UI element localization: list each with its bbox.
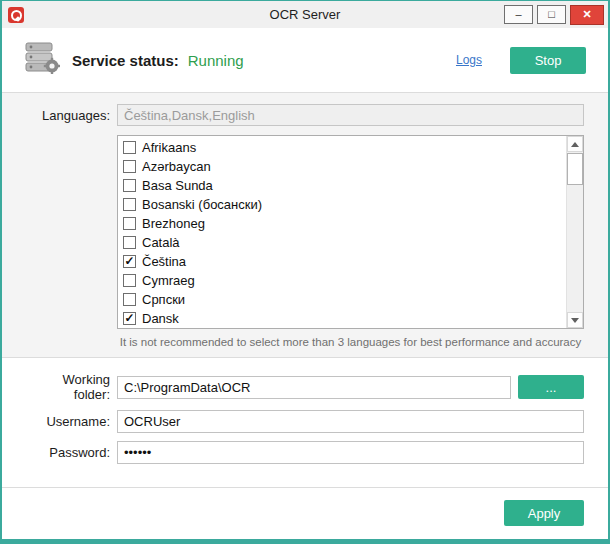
footer: Apply xyxy=(2,487,608,539)
checkbox-unchecked-icon[interactable] xyxy=(123,274,136,287)
language-checkbox-item[interactable]: Cymraeg xyxy=(118,271,566,290)
language-label: Dansk xyxy=(142,311,179,326)
logs-link[interactable]: Logs xyxy=(456,53,482,67)
working-folder-field[interactable] xyxy=(117,376,511,399)
server-icon xyxy=(24,42,60,78)
language-label: Afrikaans xyxy=(142,140,196,155)
language-checkbox-item[interactable]: ✓Čeština xyxy=(118,252,566,271)
language-label: Bosanski (босански) xyxy=(142,197,262,212)
checkbox-unchecked-icon[interactable] xyxy=(123,141,136,154)
language-checkbox-item[interactable]: Català xyxy=(118,233,566,252)
language-checkbox-item[interactable]: ✓Dansk xyxy=(118,309,566,328)
service-status-label: Service status: xyxy=(72,52,179,69)
scroll-down-button[interactable] xyxy=(567,312,583,328)
language-checkbox-item[interactable]: Azərbaycan xyxy=(118,157,566,176)
maximize-button[interactable]: □ xyxy=(537,5,566,24)
language-label: Cymraeg xyxy=(142,273,195,288)
language-label: Català xyxy=(142,235,180,250)
service-status-value: Running xyxy=(188,52,244,69)
checkbox-unchecked-icon[interactable] xyxy=(123,217,136,230)
checkbox-unchecked-icon[interactable] xyxy=(123,198,136,211)
language-checkbox-item[interactable]: Afrikaans xyxy=(118,138,566,157)
checkbox-unchecked-icon[interactable] xyxy=(123,179,136,192)
titlebar: OCR Server – □ ✕ xyxy=(2,1,608,28)
language-checkbox-item[interactable]: Brezhoneg xyxy=(118,214,566,233)
username-label: Username: xyxy=(26,414,110,429)
checkbox-checked-icon[interactable]: ✓ xyxy=(123,312,136,325)
minimize-button[interactable]: – xyxy=(504,5,533,24)
languages-label: Languages: xyxy=(26,108,110,123)
stop-button[interactable]: Stop xyxy=(510,47,586,74)
window-controls: – □ ✕ xyxy=(504,5,604,25)
arrow-down-icon xyxy=(571,318,579,323)
languages-listbox: AfrikaansAzərbaycanBasa SundaBosanski (б… xyxy=(117,135,584,329)
language-label: Brezhoneg xyxy=(142,216,205,231)
apply-button[interactable]: Apply xyxy=(504,500,584,526)
scroll-up-button[interactable] xyxy=(567,136,583,152)
languages-section: Languages: AfrikaansAzərbaycanBasa Sunda… xyxy=(2,93,608,357)
selected-languages-field[interactable] xyxy=(117,104,584,126)
language-label: Čeština xyxy=(142,254,186,269)
working-folder-label: Working folder: xyxy=(26,372,110,402)
checkbox-unchecked-icon[interactable] xyxy=(123,236,136,249)
password-field[interactable] xyxy=(117,441,584,464)
language-label: Basa Sunda xyxy=(142,178,213,193)
languages-note: It is not recommended to select more tha… xyxy=(117,336,584,348)
service-status-header: Service status: Running Logs Stop xyxy=(2,28,608,92)
checkbox-unchecked-icon[interactable] xyxy=(123,160,136,173)
app-logo-icon xyxy=(8,7,24,23)
close-button[interactable]: ✕ xyxy=(570,5,604,25)
checkbox-unchecked-icon[interactable] xyxy=(123,293,136,306)
password-label: Password: xyxy=(26,445,110,460)
language-checkbox-item[interactable]: Basa Sunda xyxy=(118,176,566,195)
scrollbar[interactable] xyxy=(566,136,583,328)
scrollbar-thumb[interactable] xyxy=(567,153,583,185)
arrow-up-icon xyxy=(571,142,579,147)
ocr-server-window: OCR Server – □ ✕ Service s xyxy=(0,0,610,544)
language-checkbox-item[interactable]: Bosanski (босански) xyxy=(118,195,566,214)
browse-button[interactable]: ... xyxy=(518,375,584,399)
checkbox-checked-icon[interactable]: ✓ xyxy=(123,255,136,268)
username-field[interactable] xyxy=(117,410,584,433)
settings-form: Working folder: ... Username: Password: xyxy=(2,358,608,478)
language-list: AfrikaansAzərbaycanBasa SundaBosanski (б… xyxy=(118,136,566,328)
language-label: Српски xyxy=(142,292,185,307)
language-checkbox-item[interactable]: Српски xyxy=(118,290,566,309)
language-label: Azərbaycan xyxy=(142,159,211,174)
